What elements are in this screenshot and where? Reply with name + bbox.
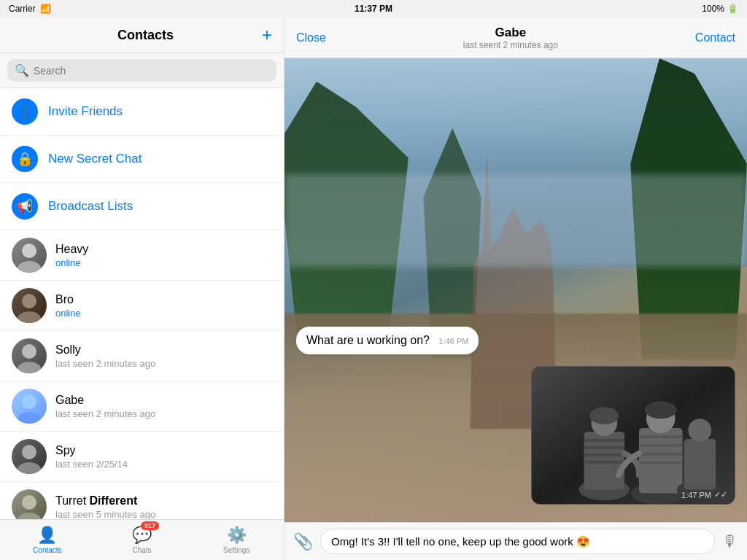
tab-chats[interactable]: 💬 917 Chats <box>95 526 190 554</box>
avatar-turret <box>12 489 47 519</box>
chat-status: last seent 2 minutes ago <box>463 40 558 50</box>
secret-icon: 🔒 <box>12 146 38 172</box>
settings-tab-icon: ⚙️ <box>227 526 247 545</box>
contact-info-heavy: Heavy online <box>55 243 88 268</box>
chat-header: Close Gabe last seent 2 minutes ago Cont… <box>285 18 747 58</box>
chat-area: What are u working on? 1:46 PM <box>285 58 747 522</box>
broadcast-icon: 📢 <box>12 193 38 219</box>
svg-point-3 <box>18 311 41 323</box>
svg-point-5 <box>18 362 41 373</box>
message-image-time: 1:47 PM ✓✓ <box>681 490 727 499</box>
contact-status-gabe: last seen 2 minutes ago <box>55 408 155 419</box>
contacts-title: Contacts <box>29 28 262 43</box>
status-bar: Carrier 📶 11:37 PM 100% 🔋 <box>0 0 747 18</box>
close-button[interactable]: Close <box>296 31 326 44</box>
menu-item-broadcast[interactable]: 📢 Broadcast Lists <box>0 183 284 230</box>
contact-name-gabe: Gabe <box>55 394 155 407</box>
contact-info-bro: Bro online <box>55 293 81 319</box>
chat-messages: What are u working on? 1:46 PM <box>285 315 747 522</box>
right-panel: Close Gabe last seent 2 minutes ago Cont… <box>285 18 747 560</box>
search-container: 🔍 <box>0 53 284 88</box>
contact-button[interactable]: Contact <box>695 31 735 44</box>
chats-tab-icon: 💬 917 <box>132 526 152 545</box>
add-contact-button[interactable]: + <box>262 25 272 45</box>
mic-button[interactable]: 🎙 <box>722 532 738 551</box>
contact-info-turret: Turret Different last seen 5 minutes ago <box>55 494 155 520</box>
carrier-label: Carrier <box>9 4 36 14</box>
search-input[interactable] <box>34 65 269 77</box>
chats-tab-label: Chats <box>132 546 151 554</box>
invite-label: Invite Friends <box>48 104 123 119</box>
contact-item-gabe[interactable]: Gabe last seen 2 minutes ago <box>0 381 284 432</box>
contacts-tab-icon: 👤 <box>37 526 57 545</box>
photo-svg <box>532 366 735 505</box>
contact-name-solly: Solly <box>55 343 155 357</box>
contacts-header: Contacts + <box>0 18 284 53</box>
input-bar: 📎 🎙 <box>285 522 747 560</box>
contact-status-heavy: online <box>55 257 88 268</box>
invite-icon: 👤 <box>12 98 38 125</box>
svg-rect-35 <box>532 367 735 505</box>
avatar-spy <box>12 439 47 474</box>
svg-point-11 <box>18 513 41 519</box>
menu-item-secret[interactable]: 🔒 New Secret Chat <box>0 136 284 183</box>
contact-item-heavy[interactable]: Heavy online <box>0 230 284 281</box>
svg-point-9 <box>18 462 41 474</box>
contact-item-bro[interactable]: Bro online <box>0 281 284 331</box>
tab-settings[interactable]: ⚙️ Settings <box>189 526 284 554</box>
contact-status-solly: last seen 2 minutes ago <box>55 358 155 369</box>
message-row-received: What are u working on? 1:46 PM <box>296 327 735 360</box>
battery-icon: 🔋 <box>727 4 738 14</box>
message-time: 1:46 PM <box>438 337 468 346</box>
main-layout: Contacts + 🔍 👤 Invite Friends 🔒 New Secr… <box>0 18 747 560</box>
attach-button[interactable]: 📎 <box>293 532 313 551</box>
svg-point-4 <box>22 344 36 359</box>
contact-item-solly[interactable]: Solly last seen 2 minutes ago <box>0 331 284 381</box>
contact-list: 👤 Invite Friends 🔒 New Secret Chat 📢 Bro… <box>0 88 284 519</box>
contact-status-turret: last seen 5 minutes ago <box>55 509 155 520</box>
search-bar: 🔍 <box>7 59 276 82</box>
contact-status-spy: last seen 2/25/14 <box>55 459 128 470</box>
checkmarks-icon: ✓✓ <box>714 490 727 499</box>
contact-name-turret: Turret Different <box>55 494 155 508</box>
svg-point-8 <box>22 445 36 459</box>
svg-point-1 <box>18 261 41 273</box>
contacts-tab-label: Contacts <box>33 546 61 554</box>
avatar-heavy <box>12 238 47 273</box>
avatar-gabe <box>12 389 47 424</box>
menu-item-invite[interactable]: 👤 Invite Friends <box>0 88 284 136</box>
contact-item-spy[interactable]: Spy last seen 2/25/14 <box>0 432 284 482</box>
contact-item-turret[interactable]: Turret Different last seen 5 minutes ago <box>0 482 284 519</box>
svg-point-7 <box>18 412 41 424</box>
chat-name: Gabe <box>463 26 558 40</box>
svg-point-6 <box>22 394 36 409</box>
wifi-icon: 📶 <box>40 4 51 14</box>
battery-label: 100% <box>702 4 724 14</box>
photo-content <box>532 367 735 504</box>
status-bar-right: 100% 🔋 <box>702 4 738 14</box>
contact-name-heavy: Heavy <box>55 243 88 256</box>
contact-status-bro: online <box>55 308 81 319</box>
contact-name-spy: Spy <box>55 444 128 457</box>
status-bar-time: 11:37 PM <box>355 4 392 14</box>
message-bubble-received: What are u working on? 1:46 PM <box>296 327 479 354</box>
avatar-solly <box>12 338 47 373</box>
contact-info-solly: Solly last seen 2 minutes ago <box>55 343 155 369</box>
contact-info-gabe: Gabe last seen 2 minutes ago <box>55 394 155 419</box>
settings-tab-label: Settings <box>223 546 249 554</box>
message-input[interactable] <box>320 529 715 554</box>
bottom-tabs: 👤 Contacts 💬 917 Chats ⚙️ Settings <box>0 519 284 560</box>
contact-info-spy: Spy last seen 2/25/14 <box>55 444 128 470</box>
avatar-bro <box>12 288 47 323</box>
search-icon: 🔍 <box>15 63 29 77</box>
message-row-image: 1:47 PM ✓✓ <box>296 366 735 505</box>
svg-point-2 <box>22 294 36 308</box>
svg-point-0 <box>22 244 36 258</box>
broadcast-label: Broadcast Lists <box>48 199 133 214</box>
contact-name-bro: Bro <box>55 293 81 306</box>
message-image: 1:47 PM ✓✓ <box>531 366 735 505</box>
left-panel: Contacts + 🔍 👤 Invite Friends 🔒 New Secr… <box>0 18 285 560</box>
secret-label: New Secret Chat <box>48 152 142 166</box>
tab-contacts[interactable]: 👤 Contacts <box>0 526 95 554</box>
status-bar-left: Carrier 📶 <box>9 4 51 14</box>
